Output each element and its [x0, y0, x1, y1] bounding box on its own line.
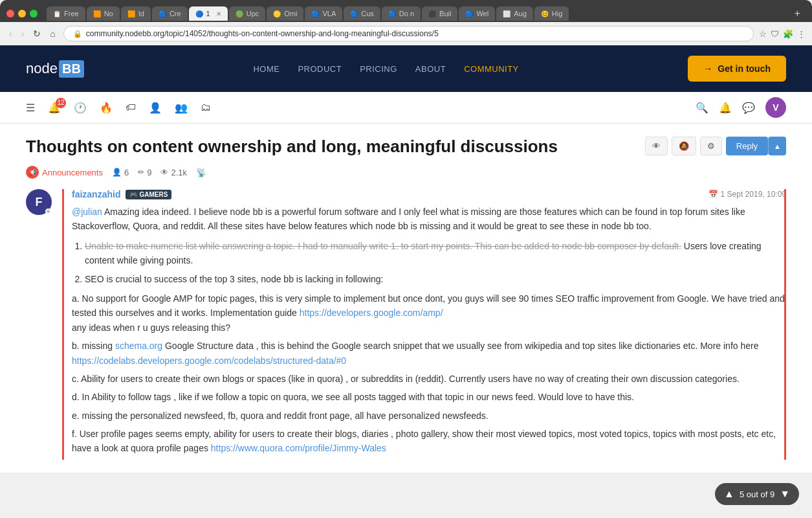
watch-button[interactable]: 👁	[645, 137, 668, 155]
post-author: faizanzahid 🎮 GAMERS	[72, 189, 171, 199]
browser-tab[interactable]: 🟧No	[87, 6, 120, 21]
browser-tab[interactable]: ⬛Buil	[422, 6, 457, 21]
main-navigation: HOME PRODUCT PRICING ABOUT COMMUNITY	[253, 64, 518, 74]
date-text[interactable]: 1 Sept 2019, 10:09	[721, 190, 786, 199]
browser-tab[interactable]: 🔵Cre	[152, 6, 188, 21]
logo[interactable]: node BB	[26, 60, 84, 78]
browser-nav-buttons: ‹ › ↻ ⌂	[6, 27, 58, 40]
refresh-button[interactable]: ↻	[30, 27, 43, 40]
nav-pricing[interactable]: PRICING	[360, 64, 397, 74]
menu-icon[interactable]: ⋮	[797, 29, 806, 39]
list-item-text: Unable to make numeric list while answer…	[85, 241, 762, 265]
list-item-text: SEO is crucial to success of the top 3 s…	[85, 274, 383, 284]
logo-node: node	[26, 60, 58, 77]
users-count: 6	[124, 168, 129, 177]
browser-tab[interactable]: ⬜Aug	[496, 6, 533, 21]
maximize-dot[interactable]	[30, 10, 38, 17]
amp-link[interactable]: https://developers.google.com/amp/	[300, 308, 443, 318]
extensions-icon[interactable]: 🧩	[783, 29, 793, 39]
seo-point-b: b. missing schema.org Google Structure d…	[72, 339, 786, 368]
browser-tab[interactable]: 🟢Upc	[229, 6, 266, 21]
notifications-icon[interactable]: 🔔 12	[48, 102, 61, 114]
reply-dropdown-button[interactable]: ▲	[768, 137, 786, 155]
codelabs-link[interactable]: https://codelabs.developers.google.com/c…	[72, 355, 346, 366]
lock-icon: 🔒	[73, 30, 82, 38]
clock-icon[interactable]: 🕐	[74, 102, 87, 114]
topic-header: 👁 🔕 ⚙ Reply ▲ Thoughts on content owners…	[26, 137, 786, 166]
bookmark-icon[interactable]: ☆	[759, 29, 767, 39]
get-in-touch-button[interactable]: → Get in touch	[688, 56, 786, 82]
avatar-letter: F	[36, 196, 43, 209]
seo-point-d: d. In Ability to follow tags , like if w…	[72, 390, 786, 404]
home-button[interactable]: ⌂	[47, 27, 58, 40]
search-icon[interactable]: 🔍	[696, 102, 708, 114]
cta-label: Get in touch	[718, 63, 771, 74]
list-item: SEO is crucial to success of the top 3 s…	[85, 272, 786, 286]
bell-icon[interactable]: 🔔	[719, 102, 732, 114]
post-header: faizanzahid 🎮 GAMERS 📅 1 Sept 2019, 10:0…	[72, 189, 786, 199]
browser-tab[interactable]: 🔵Do n	[382, 6, 421, 21]
user-avatar[interactable]: V	[765, 97, 786, 118]
browser-tab[interactable]: 🟡Omi	[267, 6, 303, 21]
url-text: community.nodebb.org/topic/14052/thought…	[86, 29, 439, 38]
url-bar[interactable]: 🔒 community.nodebb.org/topic/14052/thoug…	[63, 26, 754, 41]
notification-badge: 12	[56, 98, 66, 108]
address-bar: ‹ › ↻ ⌂ 🔒 community.nodebb.org/topic/140…	[0, 22, 812, 45]
users-stat: 👤 6	[112, 168, 129, 177]
fire-icon[interactable]: 🔥	[100, 102, 113, 114]
post-intro: @julian Amazing idea indeed. I believe n…	[72, 205, 786, 234]
tab-bar: 📋Free 🟧No 🟧Id 🔵Cre 🔵1✕ 🟢Upc 🟡Omi 🔵VLA 🔵C…	[6, 5, 806, 22]
nav-about[interactable]: ABOUT	[415, 64, 446, 74]
browser-tab[interactable]: 🔵Cus	[344, 6, 380, 21]
browser-tab[interactable]: 🟧Id	[121, 6, 151, 21]
category-badge[interactable]: 📢 Announcements	[26, 166, 103, 179]
nav-product[interactable]: PRODUCT	[298, 64, 342, 74]
minimize-dot[interactable]	[18, 10, 26, 17]
website-content: node BB HOME PRODUCT PRICING ABOUT COMMU…	[0, 45, 812, 473]
seo-point-f: f. User profile pages seems empty, abili…	[72, 427, 786, 456]
close-dot[interactable]	[6, 10, 14, 17]
active-browser-tab[interactable]: 🔵1✕	[189, 6, 228, 21]
settings-button[interactable]: ⚙	[700, 137, 722, 155]
reply-button[interactable]: Reply	[726, 137, 768, 155]
reply-group: Reply ▲	[726, 137, 786, 155]
author-name[interactable]: faizanzahid	[72, 189, 120, 199]
tags-icon[interactable]: 🏷	[126, 102, 136, 113]
back-button[interactable]: ‹	[6, 27, 15, 40]
browser-tab[interactable]: 🔵Wel	[459, 6, 495, 21]
post-list: Unable to make numeric list while answer…	[72, 239, 786, 286]
manage-icon[interactable]: 🗂	[201, 102, 211, 113]
site-header: node BB HOME PRODUCT PRICING ABOUT COMMU…	[0, 45, 812, 92]
browser-chrome: 📋Free 🟧No 🟧Id 🔵Cre 🔵1✕ 🟢Upc 🟡Omi 🔵VLA 🔵C…	[0, 0, 812, 22]
quora-link[interactable]: https://www.quora.com/profile/Jimmy-Wale…	[211, 443, 386, 453]
chat-icon[interactable]: 💬	[742, 102, 755, 114]
browser-tab[interactable]: 🔵VLA	[305, 6, 342, 21]
group-icon[interactable]: 👥	[175, 102, 188, 114]
toolbar-right: 🔍 🔔 💬 V	[696, 97, 786, 118]
post-avatar[interactable]: F	[26, 189, 52, 215]
post-content: faizanzahid 🎮 GAMERS 📅 1 Sept 2019, 10:0…	[62, 189, 786, 460]
new-tab-button[interactable]: +	[789, 5, 806, 22]
unwatch-button[interactable]: 🔕	[672, 137, 696, 155]
schema-link[interactable]: schema.org	[115, 341, 162, 351]
shield-icon[interactable]: 🛡	[771, 29, 779, 39]
rss-icon[interactable]: 📡	[196, 168, 206, 177]
browser-tab[interactable]: 😊Hig	[534, 6, 569, 21]
toolbar-left: ☰ 🔔 12 🕐 🔥 🏷 👤 👥 🗂	[26, 102, 211, 114]
categories-icon[interactable]: ☰	[26, 102, 35, 114]
user-icon[interactable]: 👤	[149, 102, 162, 114]
forward-button[interactable]: ›	[19, 27, 27, 40]
seo-point-c: c. Ability for users to create their own…	[72, 372, 786, 386]
logo-bb: BB	[59, 60, 84, 78]
post-body: @julian Amazing idea indeed. I believe n…	[72, 205, 786, 456]
views-stat: 👁 2.1k	[160, 168, 187, 177]
badge-icon: 🎮	[129, 191, 137, 198]
nav-community[interactable]: COMMUNITY	[464, 64, 519, 74]
mention-link[interactable]: @julian	[72, 207, 102, 217]
browser-tab[interactable]: 📋Free	[47, 6, 85, 21]
nav-home[interactable]: HOME	[253, 64, 280, 74]
post-intro-text: Amazing idea indeed. I believe node bb i…	[72, 207, 745, 231]
category-label: Announcements	[42, 168, 103, 177]
browser-action-buttons: ☆ 🛡 🧩 ⋮	[759, 29, 806, 39]
eye-icon: 👁	[160, 168, 168, 177]
